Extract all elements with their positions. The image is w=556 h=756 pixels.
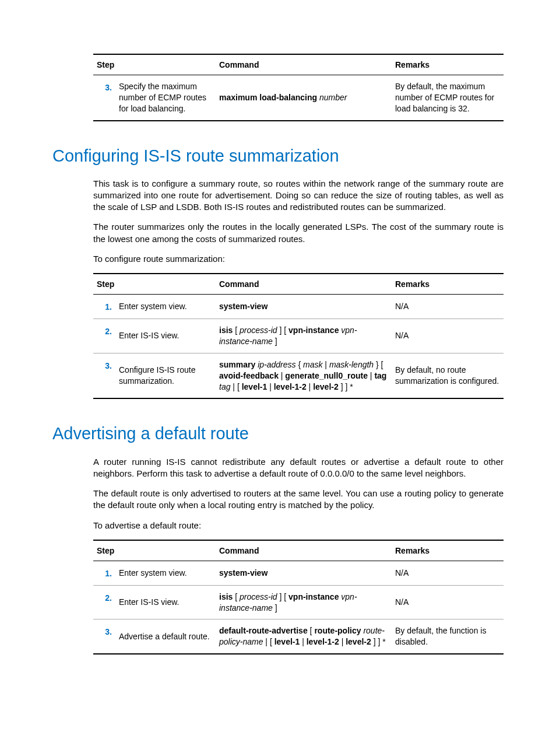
- cmd-text: isis: [219, 326, 235, 335]
- step-remarks: By default, no route summarization is co…: [392, 353, 504, 398]
- paragraph: This task is to configure a summary rout…: [93, 178, 504, 214]
- cmd-arg: ip-address: [258, 360, 298, 369]
- cmd-text: |: [368, 371, 374, 380]
- cmd-text: ] ] *: [371, 637, 386, 646]
- cmd-text: |: [339, 637, 346, 646]
- cmd-text: level-1: [242, 382, 268, 391]
- step-command: isis [ process-id ] [ vpn-instance vpn-i…: [216, 585, 392, 620]
- step-command: maximum load-balancing number: [216, 75, 392, 120]
- paragraph: To configure route summarization:: [93, 253, 504, 265]
- cmd-text: level-1: [275, 637, 300, 646]
- cmd-text: } [: [374, 360, 383, 369]
- step-command: isis [ process-id ] [ vpn-instance vpn-i…: [216, 318, 392, 353]
- col-command: Command: [216, 274, 392, 294]
- cmd-arg: tag: [219, 382, 230, 391]
- cmd-arg: number: [319, 93, 347, 102]
- step-command: system-view: [216, 561, 392, 585]
- cmd-text: level-1-2: [274, 382, 307, 391]
- cmd-text: default-route-advertise: [219, 626, 310, 635]
- table-row: 1. Enter system view. system-view N/A: [93, 295, 504, 319]
- cmd-text: [: [235, 592, 240, 601]
- step-number: 1.: [93, 295, 115, 319]
- table-row: 3. Specify the maximum number of ECMP ro…: [93, 75, 504, 120]
- col-step: Step: [93, 54, 216, 75]
- step-desc: Specify the maximum number of ECMP route…: [115, 75, 216, 120]
- col-step: Step: [93, 274, 216, 294]
- cmd-arg: mask: [303, 360, 322, 369]
- cmd-arg: process-id: [240, 592, 279, 601]
- step-number: 3.: [93, 75, 115, 120]
- cmd-text: | [: [263, 637, 274, 646]
- cmd-text: level-2: [313, 382, 339, 391]
- cmd-text: ] [: [280, 326, 289, 335]
- paragraph: To advertise a default route:: [93, 520, 504, 531]
- table-row: 1. Enter system view. system-view N/A: [93, 561, 504, 585]
- cmd-text: |: [307, 382, 313, 391]
- step-remarks: N/A: [392, 585, 504, 620]
- steps-table-summarization: Step Command Remarks 1. Enter system vie…: [93, 273, 504, 399]
- cmd-text: level-2: [346, 637, 371, 646]
- cmd-text: ]: [275, 603, 277, 612]
- heading-route-summarization: Configuring IS-IS route summarization: [52, 145, 504, 167]
- col-command: Command: [216, 540, 392, 561]
- step-remarks: N/A: [392, 561, 504, 585]
- cmd-text: |: [322, 360, 329, 369]
- step-number: 2.: [93, 585, 115, 620]
- cmd-text: system-view: [219, 568, 268, 578]
- cmd-text: maximum load-balancing: [219, 93, 319, 102]
- table-row: 3. Advertise a default route. default-ro…: [93, 620, 504, 654]
- cmd-text: generate_null0_route: [285, 371, 368, 380]
- cmd-text: avoid-feedback: [219, 371, 279, 380]
- step-desc: Enter system view.: [115, 561, 216, 585]
- col-step: Step: [93, 540, 216, 561]
- cmd-text: system-view: [219, 302, 268, 311]
- step-command: system-view: [216, 295, 392, 319]
- step-desc: Enter IS-IS view.: [115, 318, 216, 353]
- cmd-text: |: [300, 637, 306, 646]
- cmd-text: tag: [374, 371, 386, 380]
- step-remarks: N/A: [392, 295, 504, 319]
- table-row: 3. Configure IS-IS route summarization. …: [93, 353, 504, 398]
- step-command: default-route-advertise [ route-policy r…: [216, 620, 392, 654]
- cmd-text: |: [279, 371, 285, 380]
- paragraph: The router summarizes only the routes in…: [93, 221, 504, 245]
- cmd-arg: process-id: [240, 326, 279, 335]
- cmd-text: [: [235, 326, 240, 335]
- step-number: 3.: [93, 353, 115, 398]
- cmd-text: ]: [275, 337, 277, 346]
- step-desc: Advertise a default route.: [115, 620, 216, 654]
- step-number: 3.: [93, 620, 115, 654]
- cmd-arg: mask-length: [329, 360, 374, 369]
- cmd-text: ] ] *: [339, 382, 353, 391]
- cmd-text: vpn-instance: [288, 326, 341, 335]
- step-command: summary ip-address { mask | mask-length …: [216, 353, 392, 398]
- step-remarks: By default, the maximum number of ECMP r…: [392, 75, 504, 120]
- step-desc: Enter system view.: [115, 295, 216, 319]
- col-remarks: Remarks: [392, 540, 504, 561]
- steps-table-default-route: Step Command Remarks 1. Enter system vie…: [93, 540, 504, 654]
- cmd-text: summary: [219, 360, 258, 369]
- paragraph: The default route is only advertised to …: [93, 488, 504, 512]
- step-number: 1.: [93, 561, 115, 585]
- paragraph: A router running IS-IS cannot redistribu…: [93, 456, 504, 480]
- step-desc: Enter IS-IS view.: [115, 585, 216, 620]
- cmd-text: |: [267, 382, 273, 391]
- table-row: 2. Enter IS-IS view. isis [ process-id ]…: [93, 585, 504, 620]
- cmd-text: level-1-2: [307, 637, 339, 646]
- cmd-text: | [: [230, 382, 241, 391]
- col-remarks: Remarks: [392, 274, 504, 294]
- step-remarks: N/A: [392, 318, 504, 353]
- step-number: 2.: [93, 318, 115, 353]
- heading-default-route: Advertising a default route: [52, 422, 504, 445]
- step-desc: Configure IS-IS route summarization.: [115, 353, 216, 398]
- cmd-text: route-policy: [314, 626, 363, 635]
- cmd-text: vpn-instance: [288, 592, 341, 601]
- step-remarks: By default, the function is disabled.: [392, 620, 504, 654]
- cmd-text: {: [298, 360, 303, 369]
- table-row: 2. Enter IS-IS view. isis [ process-id ]…: [93, 318, 504, 353]
- col-remarks: Remarks: [392, 54, 504, 75]
- cmd-text: ] [: [280, 592, 289, 601]
- steps-table-load-balancing: Step Command Remarks 3. Specify the maxi…: [93, 54, 504, 121]
- cmd-text: isis: [219, 592, 235, 601]
- col-command: Command: [216, 54, 392, 75]
